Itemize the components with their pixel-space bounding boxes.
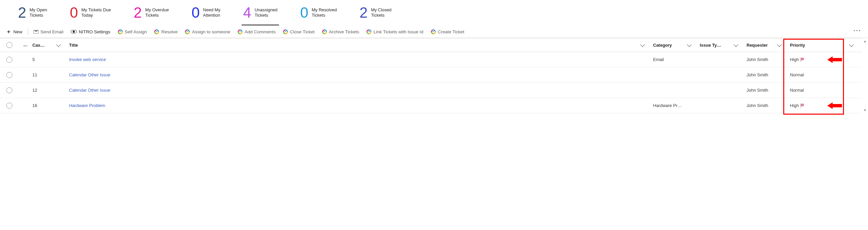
table-row[interactable]: 5Invoke web serviceEmailJohn SmithHigh — [0, 52, 862, 67]
col-requester-label: Requester — [746, 43, 768, 48]
chevron-down-icon — [734, 42, 738, 47]
new-button[interactable]: ＋ New — [4, 28, 24, 36]
col-header-end[interactable] — [842, 41, 862, 49]
stat-count: 0 — [191, 5, 199, 20]
col-header-title[interactable]: Title — [64, 41, 648, 50]
row-radio[interactable] — [6, 103, 12, 109]
archive-tickets-button[interactable]: Archive Tickets — [320, 28, 362, 36]
nitro-settings-button[interactable]: NITRO Settings — [69, 28, 113, 36]
col-header-category[interactable]: Category — [648, 41, 695, 50]
ring-plus-icon — [238, 29, 243, 34]
col-category-label: Category — [653, 43, 672, 48]
col-header-case[interactable]: Cas… — [28, 41, 64, 50]
close-ticket-label: Close Ticket — [290, 29, 315, 34]
row-spacer — [18, 103, 28, 108]
cell-case: 16 — [28, 101, 64, 110]
self-assign-button[interactable]: Self Assign — [116, 28, 149, 36]
row-select[interactable] — [0, 55, 18, 65]
row-radio[interactable] — [6, 57, 12, 63]
cell-category — [648, 88, 695, 92]
cell-title-link[interactable]: Calendar Other Issue — [64, 86, 648, 95]
resolve-label: Resolve — [161, 29, 178, 34]
stat-count: 2 — [360, 5, 367, 20]
create-ticket-label: Create Ticket — [438, 29, 465, 34]
cell-end — [842, 58, 862, 62]
cell-requester: John Smith — [742, 55, 785, 64]
select-all-cell[interactable] — [0, 40, 18, 50]
scroll-up-arrow[interactable]: ▲ — [863, 39, 867, 43]
stat-count: 0 — [300, 5, 308, 20]
header-more[interactable]: … — [18, 41, 28, 49]
chevron-down-icon — [640, 42, 645, 47]
create-ticket-button[interactable]: Create Ticket — [429, 28, 467, 36]
ring-plus-icon — [366, 29, 371, 34]
callout-arrow — [827, 102, 842, 109]
stat-tile[interactable]: 2My OpenTickets — [17, 3, 49, 25]
table-row[interactable]: 16Hardware ProblemHardware Pr…John Smith… — [0, 98, 862, 113]
row-spacer — [18, 72, 28, 78]
close-ticket-button[interactable]: Close Ticket — [281, 28, 317, 36]
column-header-row: … Cas… Title Category Issue Ty… — [0, 38, 862, 52]
eye-icon — [71, 30, 77, 33]
table-row[interactable]: 11Calendar Other IssueJohn SmithNormal — [0, 67, 862, 83]
col-title-label: Title — [69, 43, 78, 48]
col-header-requester[interactable]: Requester — [742, 41, 785, 50]
self-assign-label: Self Assign — [125, 29, 147, 34]
resolve-button[interactable]: Resolve — [152, 28, 180, 36]
stat-tile[interactable]: 2My ClosedTickets — [358, 3, 393, 25]
actions-bar: ＋ New Send Email NITRO Settings Self Ass… — [0, 26, 868, 38]
send-email-button[interactable]: Send Email — [31, 28, 65, 36]
cell-issue-type — [695, 88, 742, 92]
add-comments-button[interactable]: Add Comments — [236, 28, 278, 36]
stat-tile[interactable]: 0Need MyAttention — [190, 3, 222, 25]
ring-plus-icon — [322, 29, 327, 34]
stat-tile[interactable]: 0My ResolvedTickets — [299, 3, 338, 25]
select-all-radio[interactable] — [6, 42, 12, 48]
stat-count: 2 — [18, 5, 26, 20]
cell-requester: John Smith — [742, 101, 785, 110]
row-radio[interactable] — [6, 87, 12, 93]
ring-plus-icon — [154, 29, 159, 34]
col-issuetype-label: Issue Ty… — [700, 43, 721, 48]
stat-label: My OpenTickets — [29, 7, 47, 18]
stat-tile[interactable]: 0My Tickets DueToday — [68, 3, 112, 25]
row-radio[interactable] — [6, 72, 12, 78]
stat-tile[interactable]: 2My OverdueTickets — [132, 3, 170, 25]
link-tickets-button[interactable]: Link Tickets with Issue Id — [365, 28, 425, 36]
link-issue-label: Link Tickets with Issue Id — [373, 29, 423, 34]
stat-label: UnassignedTickets — [255, 7, 278, 18]
cell-title-link[interactable]: Invoke web service — [64, 55, 648, 64]
scroll-down-arrow[interactable]: ▼ — [863, 108, 867, 112]
col-header-issue-type[interactable]: Issue Ty… — [695, 41, 742, 50]
col-header-priority[interactable]: Priority — [785, 41, 842, 50]
ring-plus-icon — [118, 29, 123, 34]
more-actions-button[interactable]: ··· — [850, 29, 864, 35]
row-select[interactable] — [0, 70, 18, 80]
stat-tile[interactable]: 4UnassignedTickets — [242, 3, 279, 25]
row-spacer — [18, 57, 28, 62]
stats-bar: 2My OpenTickets0My Tickets DueToday2My O… — [0, 0, 868, 26]
stat-label: My OverdueTickets — [145, 7, 169, 18]
cell-priority: High — [785, 55, 842, 64]
table-row[interactable]: 12Calendar Other IssueJohn SmithNormal — [0, 83, 862, 98]
stat-label: My ResolvedTickets — [312, 7, 337, 18]
list-area: … Cas… Title Category Issue Ty… — [0, 38, 868, 113]
cell-title-link[interactable]: Hardware Problem — [64, 101, 648, 110]
cell-end — [842, 104, 862, 108]
plus-icon: ＋ — [6, 29, 11, 34]
cell-title-link[interactable]: Calendar Other Issue — [64, 70, 648, 79]
archive-label: Archive Tickets — [329, 29, 360, 34]
vertical-scrollbar[interactable]: ▲ ▼ — [862, 38, 868, 113]
chevron-down-icon — [777, 42, 781, 47]
stat-label: My Tickets DueToday — [82, 7, 111, 18]
ring-plus-icon — [431, 29, 436, 34]
row-select[interactable] — [0, 101, 18, 111]
cell-issue-type — [695, 73, 742, 77]
cell-category — [648, 73, 695, 77]
assign-to-someone-button[interactable]: Assign to someone — [183, 28, 232, 36]
assign-someone-label: Assign to someone — [192, 29, 230, 34]
chevron-down-icon — [849, 42, 854, 47]
row-select[interactable] — [0, 85, 18, 95]
cell-requester: John Smith — [742, 86, 785, 95]
callout-arrow — [827, 56, 842, 63]
